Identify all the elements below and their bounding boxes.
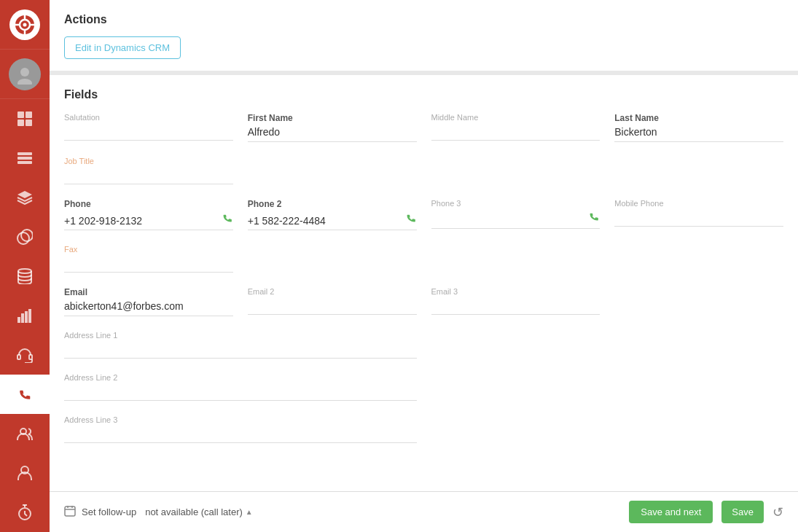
follow-up-section: Set follow-up [64, 505, 136, 519]
save-button[interactable]: Save [721, 501, 764, 523]
address-line2-field: Address Line 2 [64, 373, 417, 401]
calendar-icon [64, 505, 76, 519]
middle-name-value[interactable] [431, 125, 601, 141]
last-name-label: Last Name [614, 113, 783, 123]
phone3-value-container[interactable] [431, 211, 601, 229]
fax-value[interactable] [64, 257, 233, 273]
footer-bar: Set follow-up not available (call later)… [50, 491, 798, 532]
email-field: Email abickerton41@forbes.com [64, 287, 233, 316]
first-name-value[interactable]: Alfredo [248, 126, 417, 142]
email-value[interactable]: abickerton41@forbes.com [64, 300, 233, 316]
fax-field: Fax [64, 245, 233, 273]
follow-up-label: Set follow-up [82, 506, 136, 517]
email2-value[interactable] [248, 299, 417, 315]
svg-point-8 [17, 79, 32, 85]
spacer-10 [431, 373, 601, 401]
svg-point-2 [23, 23, 27, 26]
form-grid: Salutation First Name Alfredo Middle Nam… [64, 113, 783, 458]
fields-title: Fields [64, 88, 783, 101]
phone2-field: Phone 2 +1 582-222-4484 [248, 199, 417, 230]
svg-rect-21 [21, 313, 24, 323]
spacer-6 [614, 245, 783, 273]
address-line1-label: Address Line 1 [64, 331, 417, 340]
svg-rect-15 [17, 161, 32, 164]
phone2-value: +1 582-222-4484 [248, 215, 401, 227]
svg-rect-22 [25, 311, 28, 323]
address-line1-value[interactable] [64, 343, 417, 359]
last-name-value[interactable]: Bickerton [614, 126, 783, 142]
salutation-value[interactable] [64, 125, 233, 141]
dropdown-arrow-icon: ▲ [246, 508, 253, 516]
phone-value-container[interactable]: +1 202-918-2132 [64, 212, 233, 230]
app-logo-icon [9, 9, 40, 40]
sidebar-item-headset[interactable] [0, 335, 50, 375]
salutation-field: Salutation [64, 113, 233, 142]
address-line3-value[interactable] [64, 427, 417, 443]
svg-rect-13 [17, 152, 32, 155]
phone2-call-icon[interactable] [405, 212, 417, 227]
sidebar-logo [0, 0, 50, 50]
sidebar-item-chart[interactable] [0, 296, 50, 335]
job-title-field: Job Title [64, 157, 233, 184]
phone-field: Phone +1 202-918-2132 [64, 199, 233, 230]
follow-up-value-container[interactable]: not available (call later) ▲ [145, 506, 253, 517]
svg-point-18 [21, 230, 33, 241]
svg-rect-25 [29, 355, 32, 359]
svg-point-19 [18, 269, 31, 273]
spacer-2 [431, 157, 601, 184]
sidebar-item-layers[interactable] [0, 178, 50, 217]
email3-value[interactable] [431, 299, 601, 315]
job-title-value[interactable] [64, 168, 233, 184]
address-line2-value[interactable] [64, 385, 417, 401]
svg-rect-14 [17, 157, 32, 160]
spacer-3 [614, 157, 783, 184]
email2-label: Email 2 [248, 287, 417, 296]
sidebar-item-timer[interactable] [0, 493, 50, 532]
svg-rect-23 [28, 309, 31, 323]
email2-field: Email 2 [248, 287, 417, 316]
address-line3-field: Address Line 3 [64, 415, 417, 443]
sidebar-item-dashboard[interactable] [0, 99, 50, 138]
svg-point-17 [17, 232, 29, 244]
sidebar-item-phone[interactable] [0, 375, 50, 414]
address-line1-field: Address Line 1 [64, 331, 417, 359]
job-title-label: Job Title [64, 157, 233, 165]
sidebar-item-coins[interactable] [0, 217, 50, 257]
sidebar-item-inbox[interactable] [0, 138, 50, 178]
svg-rect-24 [17, 355, 20, 359]
svg-rect-11 [17, 120, 24, 126]
spacer-4 [248, 245, 417, 273]
fields-section: Fields Salutation First Name Alfredo Mid… [50, 75, 798, 491]
phone-value: +1 202-918-2132 [64, 215, 217, 227]
middle-name-label: Middle Name [431, 113, 601, 122]
first-name-field: First Name Alfredo [248, 113, 417, 142]
main-content: Actions Edit in Dynamics CRM Fields Salu… [50, 0, 798, 532]
phone3-call-icon[interactable] [588, 211, 600, 225]
sidebar-item-database[interactable] [0, 257, 50, 296]
spacer-1 [248, 157, 417, 184]
email-label: Email [64, 287, 233, 297]
phone-call-icon[interactable] [222, 212, 233, 227]
sidebar-item-user[interactable] [0, 453, 50, 493]
spacer-8 [431, 331, 601, 359]
mobile-phone-value[interactable] [614, 211, 783, 227]
svg-rect-9 [17, 112, 24, 118]
sidebar [0, 0, 50, 532]
last-name-field: Last Name Bickerton [614, 113, 783, 142]
spacer-5 [431, 245, 601, 273]
actions-section: Actions Edit in Dynamics CRM [50, 0, 798, 75]
phone2-label: Phone 2 [248, 199, 417, 209]
phone-label: Phone [64, 199, 233, 209]
email3-label: Email 3 [431, 287, 601, 296]
spacer-9 [614, 331, 783, 359]
user-avatar-container[interactable] [0, 50, 50, 99]
save-next-button[interactable]: Save and next [629, 501, 713, 523]
sidebar-item-contacts[interactable] [0, 414, 50, 453]
svg-point-7 [20, 68, 29, 77]
svg-rect-20 [17, 317, 20, 323]
edit-crm-button[interactable]: Edit in Dynamics CRM [64, 36, 181, 59]
first-name-label: First Name [248, 113, 417, 123]
phone2-value-container[interactable]: +1 582-222-4484 [248, 212, 417, 230]
email3-field: Email 3 [431, 287, 601, 316]
undo-button[interactable]: ↺ [772, 504, 783, 520]
